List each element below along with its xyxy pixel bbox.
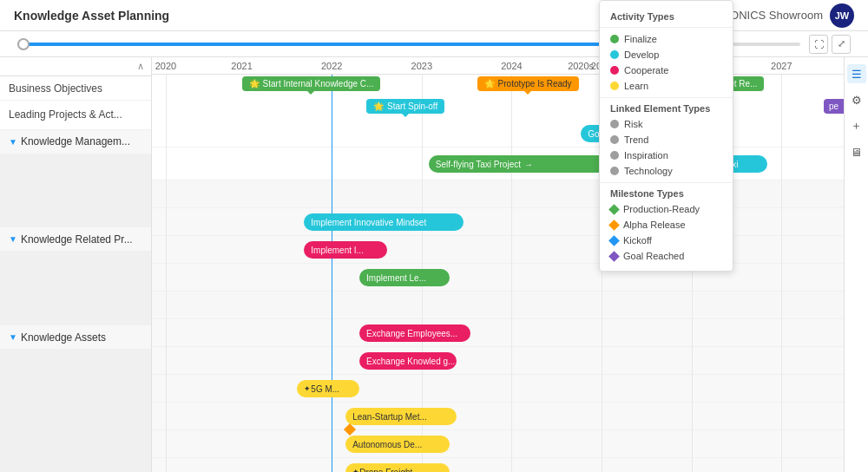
sidebar-row-ka[interactable]: ▼ Knowledge Assets [0, 325, 151, 350]
sidebar-sub-ka5 [0, 448, 151, 472]
milestone-label-prototype: Prototype Is Ready [498, 79, 572, 88]
legend-item-goal-reached: Goal Reached [600, 248, 733, 264]
toolbar-filter-icon[interactable]: ⚙ [847, 90, 866, 109]
header: Knowledge Asset Planning 🔒 ITONICS Showr… [0, 0, 868, 31]
bar-exchange-knowledge[interactable]: Exchange Knowled g... [359, 352, 457, 370]
milestone-label-knowledge: Start Internal Knowledge C... [263, 79, 374, 88]
vline-2020 [166, 75, 167, 472]
bar-implement-le[interactable]: Implement Le... [359, 269, 450, 286]
bar-label-exchange-emp: Exchange Employees... [366, 329, 457, 338]
right-toolbar: ☰ ⚙ ＋ 🖥 [844, 57, 868, 472]
bar-autonomous[interactable]: Autonomous De... [345, 436, 450, 453]
legend-diamond-goal [608, 251, 620, 262]
vline-2027 [781, 75, 782, 472]
year-header: 2020 2021 2022 2023 2024 2020s 2025 2026… [152, 57, 844, 75]
legend-dot-develop [610, 50, 619, 59]
sidebar-row-leading: Leading Projects & Act... [0, 101, 151, 129]
toolbar-list-icon[interactable]: ☰ [847, 64, 866, 83]
toolbar-screen-icon[interactable]: 🖥 [847, 142, 866, 161]
slider-icons: ⛶ ⤢ [809, 35, 851, 54]
legend-item-trend: Trend [600, 132, 733, 148]
bar-implement-i[interactable]: Implement I... [304, 241, 387, 259]
slider-thumb-left[interactable] [17, 38, 30, 50]
drone-icon: ✦ [352, 468, 359, 472]
legend-diamond-alpha [608, 220, 620, 231]
legend-item-inspiration: Inspiration [600, 148, 733, 163]
bar-exchange-employees[interactable]: Exchange Employees... [359, 324, 470, 342]
legend-dot-risk [610, 120, 619, 128]
milestone-spinoff[interactable]: 🌟Start Spin-off [366, 99, 444, 114]
bar-lean-startup[interactable]: Lean-Startup Met... [345, 408, 457, 425]
sidebar-sub-km2 [0, 179, 151, 203]
legend-item-risk: Risk [600, 116, 733, 132]
milestone-title: Milestone Types [600, 182, 733, 201]
legend-item-develop: Develop [600, 47, 733, 62]
bar-label-drone: Drone Freight... [359, 468, 419, 473]
legend-item-kickoff: Kickoff [600, 233, 733, 248]
sidebar-label-ka: Knowledge Assets [21, 331, 106, 344]
legend-label-goal: Goal Reached [623, 251, 684, 261]
bar-label-selfflying: Self-flying Taxi Project [436, 160, 521, 169]
gantt-row-ka1: Lean-Startup Met... [152, 403, 844, 430]
legend-dot-finalize [610, 35, 619, 43]
bar-label-implement-le: Implement Le... [366, 273, 426, 283]
sidebar: ∧ Business Objectives Leading Projects &… [0, 57, 152, 472]
collapse-button[interactable]: ∧ [0, 57, 151, 76]
sidebar-row-km[interactable]: ▼ Knowledge Managem... [0, 130, 151, 154]
chevron-km: ▼ [9, 137, 17, 147]
legend-label-risk: Risk [624, 119, 642, 129]
sidebar-sub-kr3 [0, 301, 151, 325]
avatar[interactable]: JW [830, 3, 854, 28]
legend-label-inspiration: Inspiration [624, 150, 668, 161]
sidebar-sub-ka2 [0, 374, 151, 398]
milestone-partial-right[interactable]: pe [824, 99, 844, 114]
sidebar-label-leading: Leading Projects & Act... [9, 108, 122, 121]
bar-label-exchange-know: Exchange Knowled g... [366, 357, 455, 366]
toolbar-add-icon[interactable]: ＋ [847, 116, 866, 135]
expand-icon[interactable]: ⤢ [832, 35, 851, 54]
legend-item-cooperate: Cooperate [600, 62, 733, 78]
icon-5g: ✦ [304, 384, 311, 393]
legend-label-finalize: Finalize [624, 34, 657, 44]
legend-item-finalize: Finalize [600, 31, 733, 47]
legend-item-technology: Technology [600, 163, 733, 179]
bar-label-lean: Lean-Startup Met... [352, 412, 427, 422]
sidebar-sub-ka3 [0, 399, 151, 423]
bar-5g[interactable]: ✦ 5G M... [297, 380, 359, 397]
sidebar-label-km: Knowledge Managem... [21, 135, 130, 148]
sidebar-sub-ka1 [0, 350, 151, 374]
gantt-row-ka3: ✦ Drone Freight... [152, 458, 844, 472]
sidebar-label-business: Business Objectives [9, 82, 102, 95]
user-name: ITONICS Showroom [720, 9, 823, 22]
milestone-start-knowledge[interactable]: 🌟Start Internal Knowledge C... [242, 76, 381, 91]
gantt-row-km2: Implement I... [152, 236, 844, 264]
main-content: ∧ Business Objectives Leading Projects &… [0, 57, 868, 472]
legend-item-production-ready: Production-Ready [600, 201, 733, 217]
year-2023: 2023 [411, 61, 432, 71]
bar-implement-innovative[interactable]: Implement Innovative Mindset [304, 213, 463, 231]
gantt-row-business: Go-to-Market Cam... [152, 120, 844, 148]
year-2021: 2021 [231, 61, 252, 71]
timeline-slider: ⛶ ⤢ [0, 31, 868, 57]
bar-drone[interactable]: ✦ Drone Freight... [345, 463, 450, 472]
bar-label-innovative: Implement Innovative Mindset [311, 218, 426, 227]
legend-dot-cooperate [610, 66, 619, 75]
legend-label-kickoff: Kickoff [623, 235, 652, 246]
legend-diamond-kickoff [608, 235, 620, 246]
gantt-row-ka0: ✦ 5G M... [152, 375, 844, 403]
milestone-label-spinoff: Start Spin-off [387, 102, 437, 111]
year-2024: 2024 [501, 61, 522, 71]
milestone-prototype[interactable]: 🌟Prototype Is Ready [477, 76, 579, 91]
sidebar-row-business: Business Objectives [0, 76, 151, 101]
legend-dot-inspiration [610, 151, 619, 160]
chevron-ka: ▼ [9, 332, 17, 342]
legend-header: Activity Types [600, 8, 733, 28]
vline-today [332, 75, 332, 472]
fit-icon[interactable]: ⛶ [809, 35, 828, 54]
arrow-right: → [524, 160, 533, 169]
sidebar-row-kr[interactable]: ▼ Knowledge Related Pr... [0, 227, 151, 252]
gantt-row-kr2: Exchange Knowled g... [152, 347, 844, 375]
gantt-row-km3: Implement Le... [152, 264, 844, 292]
legend-dot-technology [610, 167, 619, 175]
linked-title: Linked Element Types [600, 97, 733, 116]
